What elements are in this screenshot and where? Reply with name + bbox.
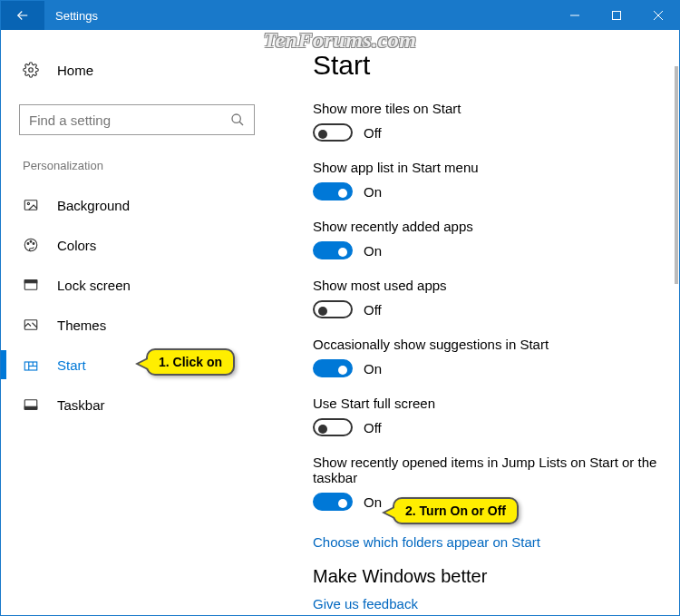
toggle-recently-added[interactable] [313,241,353,259]
close-button[interactable] [637,1,679,30]
sidebar-item-label: Background [48,198,130,213]
start-icon [23,357,48,373]
sidebar-item-taskbar[interactable]: Taskbar [19,385,255,425]
maximize-button[interactable] [596,1,637,30]
subheading-make-better: Make Windows better [313,566,670,587]
setting-label: Show more tiles on Start [313,101,670,116]
picture-icon [23,197,48,213]
setting-full-screen: Use Start full screen Off [313,396,670,436]
search-placeholder: Find a setting [29,112,230,128]
search-input[interactable]: Find a setting [19,104,255,135]
toggle-state: Off [364,125,382,141]
maximize-icon [612,11,621,20]
close-icon [654,11,663,20]
palette-icon [23,237,48,253]
svg-point-5 [232,114,240,122]
setting-label: Show most used apps [313,278,670,293]
sidebar-section-header: Personalization [19,159,255,172]
scrollbar[interactable] [675,66,678,284]
sidebar-item-themes[interactable]: Themes [19,305,255,345]
window-title: Settings [44,9,98,23]
toggle-most-used[interactable] [313,300,353,318]
setting-label: Show recently opened items in Jump Lists… [313,455,670,485]
toggle-state: On [364,494,382,510]
setting-app-list: Show app list in Start menu On [313,160,670,200]
svg-point-10 [27,243,29,245]
link-choose-folders[interactable]: Choose which folders appear on Start [313,534,540,550]
home-button[interactable]: Home [19,52,255,88]
toggle-state: On [364,243,382,259]
svg-point-8 [27,202,29,204]
lockscreen-icon [23,277,48,293]
search-icon [230,112,245,127]
svg-point-4 [29,68,34,73]
toggle-jump-lists[interactable] [313,493,353,511]
setting-suggestions: Occasionally show suggestions in Start O… [313,337,670,377]
setting-recently-added: Show recently added apps On [313,219,670,259]
themes-icon [23,317,48,333]
taskbar-icon [23,396,48,413]
main: Start Show more tiles on Start Off Show … [273,30,679,615]
toggle-full-screen[interactable] [313,418,353,436]
titlebar: Settings [1,1,679,30]
back-button[interactable] [1,1,44,30]
setting-label: Use Start full screen [313,396,670,411]
toggle-more-tiles[interactable] [313,123,353,142]
setting-label: Show app list in Start menu [313,160,670,175]
minimize-icon [570,11,579,20]
svg-point-11 [30,240,32,242]
sidebar-item-colors[interactable]: Colors [19,225,255,265]
link-feedback[interactable]: Give us feedback [313,596,418,611]
home-label: Home [48,63,93,78]
toggle-state: Off [364,420,382,435]
svg-line-6 [239,122,243,125]
annotation-callout-1: 1. Click on [146,348,235,376]
toggle-suggestions[interactable] [313,359,353,377]
svg-rect-14 [24,280,37,283]
sidebar-item-label: Colors [48,238,96,253]
setting-label: Occasionally show suggestions in Start [313,337,670,352]
sidebar-item-lockscreen[interactable]: Lock screen [19,265,255,305]
toggle-state: On [364,184,382,200]
setting-label: Show recently added apps [313,219,670,234]
setting-most-used: Show most used apps Off [313,278,670,318]
minimize-button[interactable] [554,1,596,30]
sidebar: Home Find a setting Personalization Back… [1,30,273,615]
svg-rect-21 [24,406,37,409]
gear-icon [23,62,48,78]
sidebar-item-background[interactable]: Background [19,185,255,225]
toggle-app-list[interactable] [313,182,353,200]
sidebar-item-label: Lock screen [48,278,131,293]
svg-rect-1 [613,12,621,20]
page-heading: Start [313,50,670,81]
sidebar-item-label: Start [48,357,86,373]
toggle-state: On [364,361,382,376]
toggle-state: Off [364,302,382,318]
setting-more-tiles: Show more tiles on Start Off [313,101,670,142]
content-area: Home Find a setting Personalization Back… [1,30,679,615]
annotation-callout-2: 2. Turn On or Off [393,497,519,524]
sidebar-item-label: Themes [48,318,106,333]
arrow-left-icon [15,7,31,24]
sidebar-item-label: Taskbar [48,397,105,413]
svg-point-12 [33,243,34,245]
